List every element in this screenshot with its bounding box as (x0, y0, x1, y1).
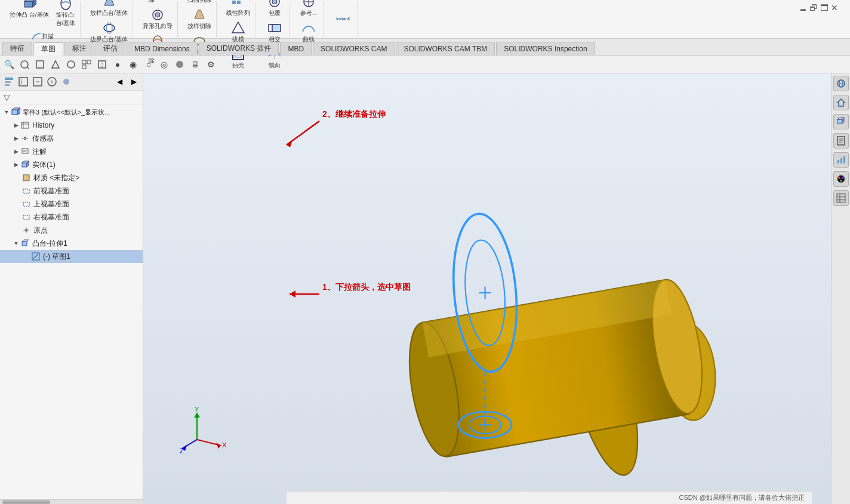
svg-point-11 (155, 13, 160, 17)
svg-rect-49 (5, 84, 10, 86)
loft-cut-btn[interactable]: 放样切除 (185, 7, 214, 32)
solid-expand-icon[interactable]: ▶ (12, 160, 20, 169)
view2-icon-btn[interactable] (49, 58, 62, 71)
rp-table-btn[interactable] (833, 190, 849, 206)
instant3d-btn[interactable]: Instant3D (331, 11, 355, 27)
tree-solid-bodies[interactable]: ▶ 实体(1) (0, 158, 143, 171)
fillet-group: 圆角 线性阵列 拔模 抽壳 (221, 1, 255, 37)
extrude-boss-btn[interactable]: 拉伸凸 台/基体 (7, 0, 51, 29)
svg-line-37 (27, 67, 29, 69)
panel-right-btn[interactable]: ▶ (127, 75, 140, 88)
svg-rect-70 (23, 175, 29, 181)
view1-icon-btn[interactable] (33, 58, 47, 71)
minimize-btn[interactable]: 🗕 (799, 3, 807, 13)
rp-solid-btn[interactable] (833, 114, 849, 129)
tree-top-plane[interactable]: 上视基准面 (0, 197, 143, 211)
rp-chart-btn[interactable] (833, 152, 849, 168)
tree-boss-extrude1[interactable]: ▼ 凸台-拉伸1 (0, 237, 143, 250)
section-icon-btn[interactable] (96, 58, 109, 71)
status-bar: CSDN @如果哪里有问题，请各位大佬指正 (287, 491, 812, 504)
tab-mbd-dimensions[interactable]: MBD Dimensions (127, 42, 198, 55)
config-manager-btn[interactable] (31, 75, 44, 88)
tree-sensors[interactable]: ▶ 传感器 (0, 132, 143, 145)
sketch-icon (31, 252, 41, 261)
display1-icon-btn[interactable]: ● (111, 58, 124, 71)
sketch1-label: (-) 草图1 (43, 252, 70, 262)
curve-icon (301, 21, 316, 35)
tab-sw-plugins[interactable]: SOLIDWORKS 插件 (199, 42, 279, 55)
material-icon (21, 173, 31, 183)
tab-mbd[interactable]: MBD (280, 42, 312, 55)
display2-icon-btn[interactable]: ◉ (127, 58, 140, 71)
reference-btn[interactable]: 参考... (297, 0, 321, 18)
tree-right-plane[interactable]: 右视基准面 (0, 211, 143, 224)
scroll-thumb[interactable] (2, 500, 50, 504)
tree-front-plane[interactable]: 前视基准面 (0, 184, 143, 197)
sweep-cut-btn[interactable]: 扫描切除 (185, 0, 214, 5)
viewport[interactable]: X Y Z 2、继续准备拉伸 1、下拉箭头，选中草图 (143, 73, 831, 504)
display3-icon-btn[interactable]: ○ (142, 58, 155, 71)
property-manager-btn[interactable]: i (17, 75, 30, 88)
linear-pattern-btn[interactable]: 线性阵列 (224, 0, 252, 18)
dim-xpert-btn[interactable]: + (45, 75, 58, 88)
reference-group: 参考... 曲线 (294, 1, 324, 37)
hole-wizard-icon (150, 8, 165, 22)
svg-point-40 (67, 61, 75, 68)
curve-btn[interactable]: 曲线 (297, 20, 321, 45)
rp-color-btn[interactable] (833, 171, 849, 187)
tree-origin[interactable]: 原点 (0, 224, 143, 237)
svg-rect-18 (232, 1, 236, 4)
view4-icon-btn[interactable] (80, 58, 93, 71)
boss-expand-icon[interactable]: ▼ (12, 239, 20, 248)
sensors-expand-icon[interactable]: ▶ (12, 134, 20, 143)
tab-sketch[interactable]: 草图 (33, 42, 63, 55)
hole-wizard-btn[interactable]: 异形孔向导 (140, 7, 175, 32)
rp-globe-btn[interactable] (833, 76, 849, 91)
revolve-boss-btn[interactable]: 旋转凸台/基体 (54, 0, 78, 29)
tree-material[interactable]: 材质 <未指定> (0, 171, 143, 184)
restore-btn[interactable]: 🗗 (809, 3, 818, 13)
draft-btn[interactable]: 拔模 (226, 20, 250, 45)
settings-icon-btn[interactable]: ⚙ (204, 58, 217, 71)
display-manager-btn[interactable] (60, 75, 73, 88)
rp-home-btn[interactable] (833, 95, 849, 110)
tab-feature[interactable]: 特征 (2, 42, 32, 55)
loft-cut-icon (192, 8, 207, 22)
intersect-btn[interactable]: 相交 (263, 20, 287, 45)
svg-text:Instant3D: Instant3D (336, 17, 350, 21)
tab-sw-cam-tbm[interactable]: SOLIDWORKS CAM TBM (396, 42, 495, 55)
feature-manager-btn[interactable] (2, 75, 16, 88)
svg-marker-20 (232, 22, 244, 33)
maximize-btn[interactable]: 🗖 (820, 3, 829, 13)
sweep-btn[interactable]: 扫描 (29, 30, 56, 43)
svg-rect-64 (22, 149, 28, 153)
loft-btn[interactable]: 放样凸台/基体 (88, 0, 130, 18)
svg-rect-38 (36, 61, 44, 68)
tab-sw-cam[interactable]: SOLIDWORKS CAM (313, 42, 395, 55)
view3-icon-btn[interactable] (64, 58, 78, 71)
boundary-btn[interactable]: 边界凸台/基体 (88, 20, 130, 45)
tree-history[interactable]: ▶ History (0, 119, 143, 132)
panel-left-btn[interactable]: ◀ (113, 75, 126, 88)
left-panel-scrollbar[interactable] (0, 499, 143, 504)
wrap-btn[interactable]: 包覆 (263, 0, 287, 18)
root-expand-icon[interactable]: ▼ (2, 108, 11, 116)
close-btn[interactable]: ✕ (831, 3, 838, 13)
display4-icon-btn[interactable]: ◎ (158, 58, 171, 71)
rp-page-btn[interactable] (833, 133, 849, 149)
scene-icon-btn[interactable]: 🖥 (189, 58, 202, 71)
tab-markup[interactable]: 标注 (64, 42, 94, 55)
display5-icon-btn[interactable] (173, 58, 186, 71)
tab-sw-inspection[interactable]: SOLIDWORKS Inspection (496, 42, 595, 55)
tree-root[interactable]: ▼ 零件3 (默认<<默认>_显示状... (0, 106, 143, 119)
history-expand-icon[interactable]: ▶ (12, 121, 20, 129)
draft-icon (231, 21, 245, 35)
tab-evaluate[interactable]: 评估 (96, 42, 125, 55)
tree-annotations[interactable]: ▶ 注解 (0, 145, 143, 158)
annotations-expand-icon[interactable]: ▶ (12, 147, 20, 156)
window-controls: 🗕 🗗 🗖 ✕ (799, 3, 838, 13)
zoom-fit-icon-btn[interactable] (18, 58, 31, 71)
extrude-cut-btn[interactable]: 拉伸切除 (146, 0, 170, 5)
search-icon-btn[interactable]: 🔍 (2, 58, 16, 71)
tree-sketch1[interactable]: (-) 草图1 (0, 250, 143, 263)
